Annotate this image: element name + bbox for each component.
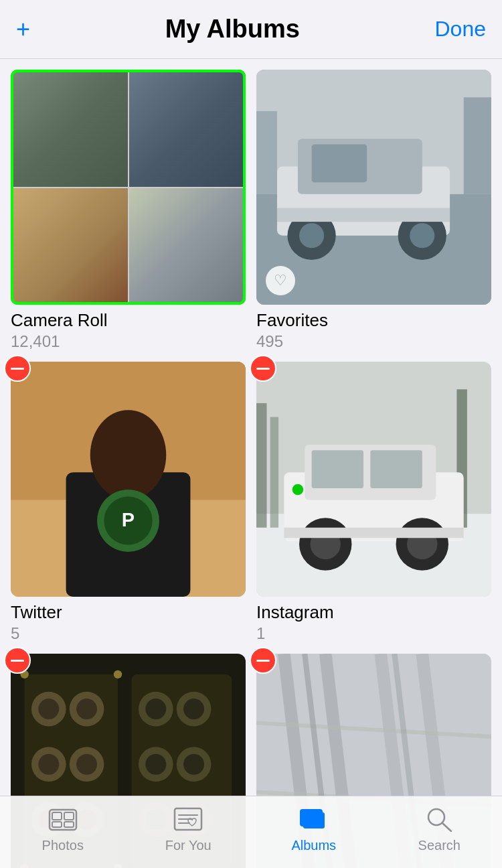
- svg-rect-28: [312, 450, 363, 488]
- minus-icon: [256, 660, 270, 662]
- main-content: Camera Roll 12,401: [0, 59, 502, 868]
- svg-rect-12: [464, 97, 491, 194]
- camera-roll-album[interactable]: Camera Roll 12,401: [11, 70, 246, 351]
- albums-label: Albums: [291, 838, 336, 853]
- done-button[interactable]: Done: [435, 17, 487, 42]
- svg-rect-73: [64, 822, 74, 827]
- instagram-delete-button[interactable]: [250, 355, 276, 382]
- twitter-delete-button[interactable]: [4, 355, 31, 382]
- svg-rect-70: [52, 812, 62, 820]
- svg-point-56: [145, 754, 166, 775]
- svg-point-46: [76, 754, 97, 775]
- svg-point-34: [292, 484, 304, 496]
- twitter-label: Twitter: [11, 602, 246, 623]
- albums-container: Camera Roll 12,401: [0, 59, 502, 868]
- photos-label: Photos: [42, 838, 84, 853]
- mini-cell-2: [129, 70, 246, 187]
- svg-rect-23: [256, 403, 266, 528]
- album5-delete-button[interactable]: [4, 647, 31, 674]
- mini-cell-4: [129, 188, 246, 305]
- photos-icon: [46, 804, 80, 834]
- nav-albums[interactable]: Albums: [251, 804, 377, 853]
- instagram-count: 1: [256, 624, 491, 643]
- search-label: Search: [418, 838, 461, 853]
- heart-button[interactable]: ♡: [266, 266, 295, 295]
- svg-point-64: [114, 670, 122, 678]
- svg-rect-35: [284, 528, 463, 538]
- camera-roll-grid: [11, 70, 246, 305]
- album6-delete-button[interactable]: [250, 647, 276, 674]
- favorites-count: 495: [256, 332, 491, 351]
- instagram-thumb: [256, 362, 491, 597]
- favorites-album[interactable]: ♡ Favorites 495: [256, 70, 491, 351]
- svg-point-40: [38, 699, 59, 719]
- nav-search[interactable]: Search: [377, 804, 503, 853]
- albums-icon: [297, 804, 331, 834]
- top-row: Camera Roll 12,401: [11, 70, 491, 351]
- for-you-icon: [171, 804, 205, 834]
- svg-rect-72: [52, 822, 62, 827]
- svg-point-54: [183, 699, 204, 719]
- twitter-thumb: P: [11, 362, 246, 597]
- header: + My Albums Done: [0, 0, 502, 59]
- middle-row: P Twitter 5: [11, 362, 491, 643]
- instagram-album[interactable]: Instagram 1: [256, 362, 491, 643]
- bottom-nav: Photos For You Albums: [0, 796, 502, 868]
- mini-cell-3: [11, 188, 128, 305]
- svg-rect-71: [64, 812, 74, 820]
- nav-photos[interactable]: Photos: [0, 804, 126, 853]
- svg-point-9: [410, 223, 434, 248]
- svg-text:P: P: [122, 509, 135, 530]
- minus-icon: [11, 368, 24, 370]
- nav-for-you[interactable]: For You: [126, 804, 252, 853]
- minus-icon: [11, 660, 24, 662]
- camera-roll-count: 12,401: [11, 332, 246, 351]
- instagram-label: Instagram: [256, 602, 491, 623]
- svg-rect-29: [370, 450, 422, 488]
- svg-point-52: [145, 699, 166, 719]
- svg-point-42: [76, 699, 97, 719]
- twitter-album[interactable]: P Twitter 5: [11, 362, 246, 643]
- search-icon: [422, 804, 456, 834]
- favorites-label: Favorites: [256, 310, 491, 331]
- twitter-count: 5: [11, 624, 246, 643]
- svg-rect-25: [270, 417, 278, 528]
- add-button[interactable]: +: [16, 17, 30, 42]
- for-you-label: For You: [165, 838, 212, 853]
- svg-line-79: [442, 823, 451, 831]
- heart-icon: ♡: [274, 272, 287, 289]
- svg-rect-11: [256, 111, 277, 194]
- mini-cell-1: [11, 70, 128, 187]
- svg-rect-77: [301, 810, 322, 826]
- svg-point-7: [299, 223, 324, 248]
- svg-rect-5: [312, 144, 367, 182]
- svg-point-17: [90, 410, 167, 500]
- svg-rect-10: [277, 208, 450, 222]
- favorites-thumb: ♡: [256, 70, 491, 305]
- svg-point-44: [38, 754, 59, 775]
- svg-point-58: [183, 754, 204, 775]
- minus-icon: [256, 368, 270, 370]
- page-title: My Albums: [165, 15, 300, 44]
- camera-roll-label: Camera Roll: [11, 310, 246, 331]
